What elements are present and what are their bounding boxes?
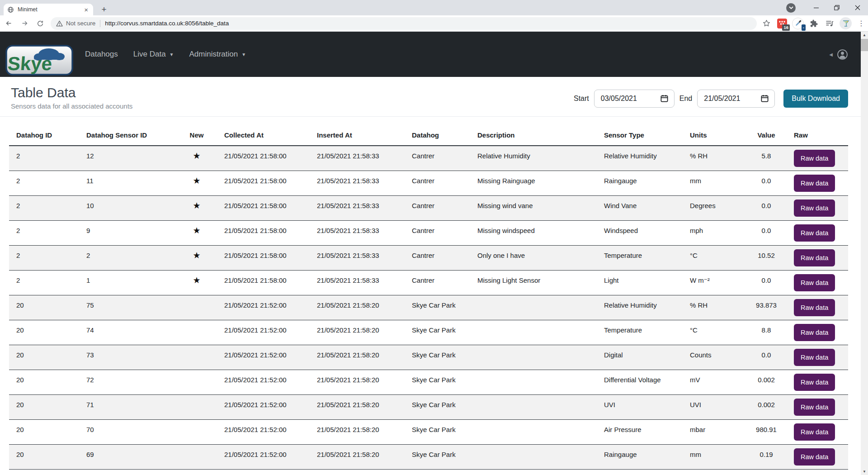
table-row: 211★21/05/2021 21:58:0021/05/2021 21:58:… bbox=[9, 171, 848, 196]
back-icon[interactable] bbox=[1, 16, 16, 31]
cell-raw: Raw data bbox=[787, 420, 848, 445]
cell-sensor-id: 12 bbox=[79, 146, 176, 171]
cell-datahog: Cantrer bbox=[405, 196, 470, 221]
raw-data-button[interactable]: Raw data bbox=[794, 200, 835, 217]
cell-inserted-at: 21/05/2021 21:58:33 bbox=[310, 221, 405, 246]
browser-tab[interactable]: Minimet × bbox=[4, 4, 93, 15]
calendar-icon[interactable] bbox=[760, 94, 769, 103]
end-date-label: End bbox=[679, 95, 692, 103]
cell-raw: Raw data bbox=[787, 146, 848, 171]
window-close-button[interactable] bbox=[847, 0, 868, 15]
end-date-input[interactable]: 21/05/2021 bbox=[697, 90, 775, 108]
url-text[interactable]: http://corvus.smartdata.co.uk:8056/table… bbox=[105, 20, 229, 27]
eyedropper-extension-icon[interactable]: - bbox=[792, 18, 804, 29]
cell-value: 0.0 bbox=[746, 196, 787, 221]
reload-icon[interactable] bbox=[33, 16, 47, 31]
raw-data-button[interactable]: Raw data bbox=[794, 224, 835, 242]
nav-item-live-data[interactable]: Live Data ▼ bbox=[133, 50, 174, 59]
raw-data-button[interactable]: Raw data bbox=[794, 274, 835, 291]
tab-search-icon[interactable] bbox=[786, 3, 796, 13]
new-tab-button[interactable]: + bbox=[98, 3, 110, 16]
cell-sensor-type: Air Pressure bbox=[597, 420, 683, 445]
start-date-input[interactable]: 03/05/2021 bbox=[594, 90, 675, 108]
nav-item-administration[interactable]: Administration ▼ bbox=[189, 50, 246, 59]
cell-collected-at: 21/05/2021 21:52:00 bbox=[217, 320, 310, 345]
cell-sensor-type: Temperature bbox=[597, 320, 683, 345]
cell-datahog: Cantrer bbox=[405, 271, 470, 295]
cell-description bbox=[470, 445, 597, 470]
address-bar[interactable]: Not secure http://corvus.smartdata.co.uk… bbox=[51, 17, 757, 30]
window-minimize-button[interactable] bbox=[806, 0, 826, 15]
puzzle-extensions-icon[interactable] bbox=[808, 18, 820, 29]
svg-text:Skye: Skye bbox=[7, 53, 52, 74]
cell-inserted-at: 21/05/2021 21:58:33 bbox=[310, 146, 405, 171]
cell-units: UVI bbox=[683, 395, 746, 420]
raw-data-button[interactable]: Raw data bbox=[794, 299, 835, 316]
page-scrollbar[interactable]: ▲ ▼ bbox=[861, 32, 868, 475]
raw-data-button[interactable]: Raw data bbox=[794, 324, 835, 341]
column-header-datahog: Datahog bbox=[405, 121, 470, 146]
cell-new: ★ bbox=[176, 271, 217, 295]
media-list-icon[interactable] bbox=[824, 18, 835, 29]
cell-new bbox=[176, 345, 217, 370]
cell-sensor-id: 74 bbox=[79, 320, 176, 345]
cell-datahog-id: 20 bbox=[9, 370, 79, 395]
table-row: 207221/05/2021 21:52:0021/05/2021 21:58:… bbox=[9, 370, 848, 395]
scrollbar-down-icon[interactable]: ▼ bbox=[861, 468, 868, 475]
cell-datahog: Skye Car Park bbox=[405, 370, 470, 395]
table-body: 212★21/05/2021 21:58:0021/05/2021 21:58:… bbox=[9, 146, 848, 470]
tab-close-icon[interactable]: × bbox=[83, 6, 90, 13]
cell-datahog: Skye Car Park bbox=[405, 345, 470, 370]
collapse-left-icon[interactable]: ◀ bbox=[829, 52, 833, 57]
user-account-icon[interactable] bbox=[837, 49, 848, 60]
cell-datahog-id: 20 bbox=[9, 420, 79, 445]
cell-new: ★ bbox=[176, 196, 217, 221]
cell-units: mV bbox=[683, 370, 746, 395]
cell-inserted-at: 21/05/2021 21:58:20 bbox=[310, 345, 405, 370]
omnibox-divider bbox=[100, 20, 100, 27]
window-restore-button[interactable] bbox=[826, 0, 847, 15]
start-date-label: Start bbox=[574, 95, 589, 103]
cell-inserted-at: 21/05/2021 21:58:20 bbox=[310, 370, 405, 395]
not-secure-warning-icon[interactable] bbox=[56, 20, 63, 27]
table-row: 210★21/05/2021 21:58:0021/05/2021 21:58:… bbox=[9, 196, 848, 221]
raw-data-button[interactable]: Raw data bbox=[794, 399, 835, 416]
scrollbar-up-icon[interactable]: ▲ bbox=[861, 32, 868, 38]
skye-logo[interactable]: Skye bbox=[5, 45, 73, 77]
cell-datahog-id: 2 bbox=[9, 221, 79, 246]
cell-raw: Raw data bbox=[787, 295, 848, 320]
raw-data-button[interactable]: Raw data bbox=[794, 448, 835, 466]
cell-description: Missing Rainguage bbox=[470, 171, 597, 196]
cell-new bbox=[176, 395, 217, 420]
cell-collected-at: 21/05/2021 21:58:00 bbox=[217, 246, 310, 271]
new-star-icon: ★ bbox=[193, 151, 200, 161]
new-star-icon: ★ bbox=[193, 276, 200, 285]
cell-value: 8.8 bbox=[746, 320, 787, 345]
cell-raw: Raw data bbox=[787, 196, 848, 221]
forward-icon[interactable] bbox=[17, 16, 32, 31]
bulk-download-button[interactable]: Bulk Download bbox=[783, 90, 848, 108]
cell-sensor-type: Light bbox=[597, 271, 683, 295]
nav-item-datahogs[interactable]: Datahogs bbox=[85, 50, 118, 59]
raw-data-button[interactable]: Raw data bbox=[794, 249, 835, 266]
cell-raw: Raw data bbox=[787, 370, 848, 395]
raw-data-button[interactable]: Raw data bbox=[794, 423, 835, 441]
raw-data-button[interactable]: Raw data bbox=[794, 150, 835, 167]
browser-menu-icon[interactable]: ⋮ bbox=[856, 19, 867, 28]
cell-raw: Raw data bbox=[787, 221, 848, 246]
profile-avatar[interactable] bbox=[840, 17, 852, 29]
cell-datahog-id: 2 bbox=[9, 196, 79, 221]
cell-description bbox=[470, 420, 597, 445]
calendar-icon[interactable] bbox=[660, 94, 669, 103]
scrollbar-thumb[interactable] bbox=[861, 39, 868, 51]
raw-data-button[interactable]: Raw data bbox=[794, 374, 835, 391]
not-secure-label[interactable]: Not secure bbox=[66, 20, 95, 27]
raw-data-button[interactable]: Raw data bbox=[794, 175, 835, 192]
cell-datahog: Cantrer bbox=[405, 221, 470, 246]
eyedropper-badge: - bbox=[802, 24, 806, 30]
new-star-icon: ★ bbox=[193, 226, 200, 235]
red-extension-icon[interactable]: 16 bbox=[776, 18, 788, 29]
raw-data-button[interactable]: Raw data bbox=[794, 349, 835, 366]
cell-sensor-type: Temperature bbox=[597, 246, 683, 271]
bookmark-star-icon[interactable] bbox=[759, 16, 774, 31]
